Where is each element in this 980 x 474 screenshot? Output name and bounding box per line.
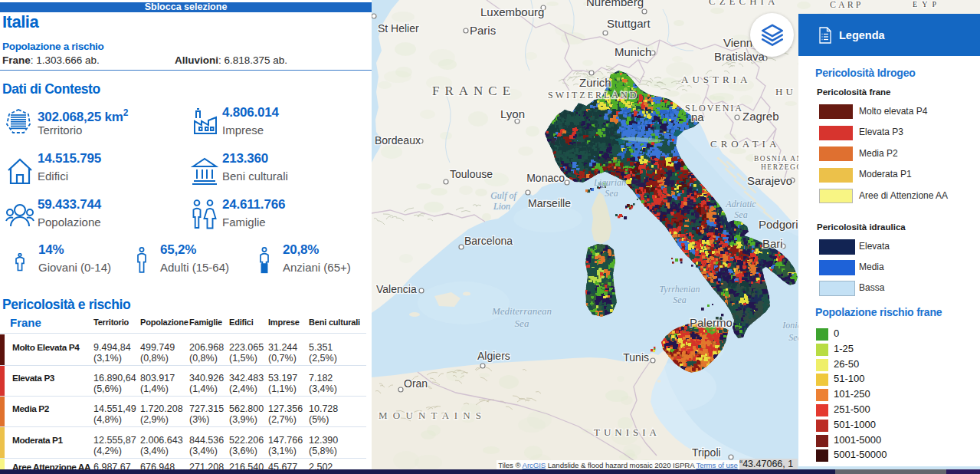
- svg-text:SLOVENIA: SLOVENIA: [685, 103, 743, 114]
- svg-text:Bari: Bari: [762, 237, 783, 250]
- svg-text:Valencia: Valencia: [376, 283, 417, 295]
- svg-text:Sea: Sea: [515, 318, 529, 329]
- svg-text:St Helier: St Helier: [378, 22, 419, 35]
- svg-text:Monaco: Monaco: [526, 172, 565, 184]
- svg-text:Sea: Sea: [605, 188, 618, 199]
- svg-text:Stuttgart: Stuttgart: [607, 17, 651, 30]
- svg-text:FRANCE: FRANCE: [432, 84, 516, 98]
- svg-text:CARP: CARP: [830, 0, 863, 10]
- svg-text:Munich: Munich: [615, 45, 651, 58]
- svg-text:Tyrrhenian: Tyrrhenian: [660, 284, 700, 295]
- svg-text:Nuremberg: Nuremberg: [586, 0, 644, 8]
- svg-text:Zurich: Zurich: [579, 76, 611, 89]
- svg-text:Gulf of: Gulf of: [490, 190, 517, 201]
- svg-text:AUSTRIA: AUSTRIA: [681, 74, 751, 85]
- svg-text:Sarajevo: Sarajevo: [747, 174, 792, 187]
- svg-text:CROATIA: CROATIA: [710, 138, 780, 150]
- svg-text:Tunis: Tunis: [623, 351, 649, 364]
- svg-text:Lion: Lion: [493, 201, 510, 212]
- svg-text:Paris: Paris: [470, 24, 496, 37]
- svg-text:HU: HU: [775, 86, 796, 97]
- svg-text:Marseille: Marseille: [528, 197, 571, 209]
- svg-text:CZECHIA: CZECHIA: [709, 0, 778, 7]
- svg-text:E Y P: E Y P: [913, 0, 938, 8]
- svg-text:Tripoli: Tripoli: [692, 446, 721, 459]
- svg-text:Sea: Sea: [673, 295, 686, 305]
- svg-text:Adriatic: Adriatic: [725, 199, 756, 209]
- svg-text:Luxembourg: Luxembourg: [480, 5, 544, 18]
- svg-text:Zagreb: Zagreb: [742, 110, 779, 123]
- svg-text:Ligurian: Ligurian: [593, 177, 626, 188]
- svg-text:Palermo: Palermo: [690, 316, 733, 329]
- svg-text:Barcelona: Barcelona: [464, 235, 513, 247]
- svg-text:Sea: Sea: [734, 209, 747, 220]
- svg-text:Podgori: Podgori: [759, 218, 798, 231]
- svg-text:Algiers: Algiers: [477, 350, 510, 362]
- svg-text:Lyon: Lyon: [500, 107, 525, 120]
- svg-text:TUNISIA: TUNISIA: [594, 426, 660, 438]
- svg-text:M O U N T A I N S: M O U N T A I N S: [379, 410, 483, 421]
- svg-text:SWITZERLAND: SWITZERLAND: [548, 90, 638, 100]
- svg-text:Oran: Oran: [404, 377, 428, 390]
- svg-text:Mediterranean: Mediterranean: [491, 305, 552, 317]
- svg-text:Toulouse: Toulouse: [450, 168, 493, 180]
- svg-text:Bordeaux: Bordeaux: [375, 134, 421, 146]
